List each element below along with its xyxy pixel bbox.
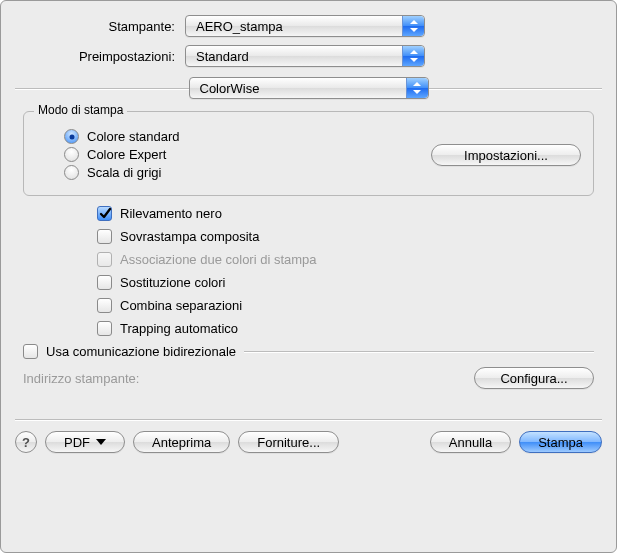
footer-separator — [15, 419, 602, 421]
updown-icon — [406, 78, 428, 98]
check-composite-overprint[interactable] — [97, 229, 112, 244]
print-button-label: Stampa — [538, 435, 583, 450]
check-auto-trapping-label: Trapping automatico — [120, 321, 238, 336]
check-black-detection[interactable] — [97, 206, 112, 221]
bidir-row: Usa comunicazione bidirezionale — [23, 344, 594, 359]
help-icon: ? — [22, 435, 30, 450]
preview-button[interactable]: Anteprima — [133, 431, 230, 453]
presets-label: Preimpostazioni: — [15, 49, 185, 64]
presets-row: Preimpostazioni: Standard — [15, 45, 602, 67]
settings-button-label: Impostazioni... — [464, 148, 548, 163]
print-button[interactable]: Stampa — [519, 431, 602, 453]
footer: ? PDF Anteprima Forniture... Annulla Sta… — [15, 431, 602, 453]
check-combine-separations-label: Combina separazioni — [120, 298, 242, 313]
settings-button[interactable]: Impostazioni... — [431, 144, 581, 166]
check-two-color-mapping — [97, 252, 112, 267]
printer-address-label: Indirizzo stampante: — [23, 371, 139, 386]
radio-grayscale[interactable] — [64, 165, 79, 180]
printer-popup[interactable]: AERO_stampa — [185, 15, 425, 37]
check-bidirectional[interactable] — [23, 344, 38, 359]
radio-expert-color-label: Colore Expert — [87, 147, 166, 162]
separator-line — [244, 351, 594, 353]
help-button[interactable]: ? — [15, 431, 37, 453]
supplies-button[interactable]: Forniture... — [238, 431, 339, 453]
cancel-button[interactable]: Annulla — [430, 431, 511, 453]
configure-button-label: Configura... — [500, 371, 567, 386]
presets-popup[interactable]: Standard — [185, 45, 425, 67]
presets-popup-value: Standard — [196, 49, 249, 64]
updown-icon — [402, 46, 424, 66]
radio-grayscale-label: Scala di grigi — [87, 165, 161, 180]
print-mode-group: Modo di stampa Colore standard Colore Ex… — [23, 111, 594, 196]
printer-popup-value: AERO_stampa — [196, 19, 283, 34]
chevron-down-icon — [96, 439, 106, 445]
check-two-color-mapping-label: Associazione due colori di stampa — [120, 252, 317, 267]
check-auto-trapping[interactable] — [97, 321, 112, 336]
supplies-button-label: Forniture... — [257, 435, 320, 450]
pdf-button-label: PDF — [64, 435, 90, 450]
print-dialog: Stampante: AERO_stampa Preimpostazioni: … — [0, 0, 617, 553]
preview-button-label: Anteprima — [152, 435, 211, 450]
pane-separator: ColorWise — [15, 77, 602, 99]
check-black-detection-label: Rilevamento nero — [120, 206, 222, 221]
print-mode-title: Modo di stampa — [34, 103, 127, 117]
pane-popup[interactable]: ColorWise — [189, 77, 429, 99]
check-bidirectional-label: Usa comunicazione bidirezionale — [46, 344, 236, 359]
check-color-substitution-label: Sostituzione colori — [120, 275, 226, 290]
pane-popup-value: ColorWise — [200, 81, 260, 96]
printer-label: Stampante: — [15, 19, 185, 34]
configure-button[interactable]: Configura... — [474, 367, 594, 389]
printer-address-row: Indirizzo stampante: Configura... — [23, 367, 594, 389]
radio-expert-color[interactable] — [64, 147, 79, 162]
pdf-menu-button[interactable]: PDF — [45, 431, 125, 453]
printer-row: Stampante: AERO_stampa — [15, 15, 602, 37]
check-combine-separations[interactable] — [97, 298, 112, 313]
check-color-substitution[interactable] — [97, 275, 112, 290]
options-checks: Rilevamento nero Sovrastampa composita A… — [97, 206, 602, 336]
radio-standard-color-label: Colore standard — [87, 129, 180, 144]
cancel-button-label: Annulla — [449, 435, 492, 450]
radio-standard-color[interactable] — [64, 129, 79, 144]
check-composite-overprint-label: Sovrastampa composita — [120, 229, 259, 244]
updown-icon — [402, 16, 424, 36]
